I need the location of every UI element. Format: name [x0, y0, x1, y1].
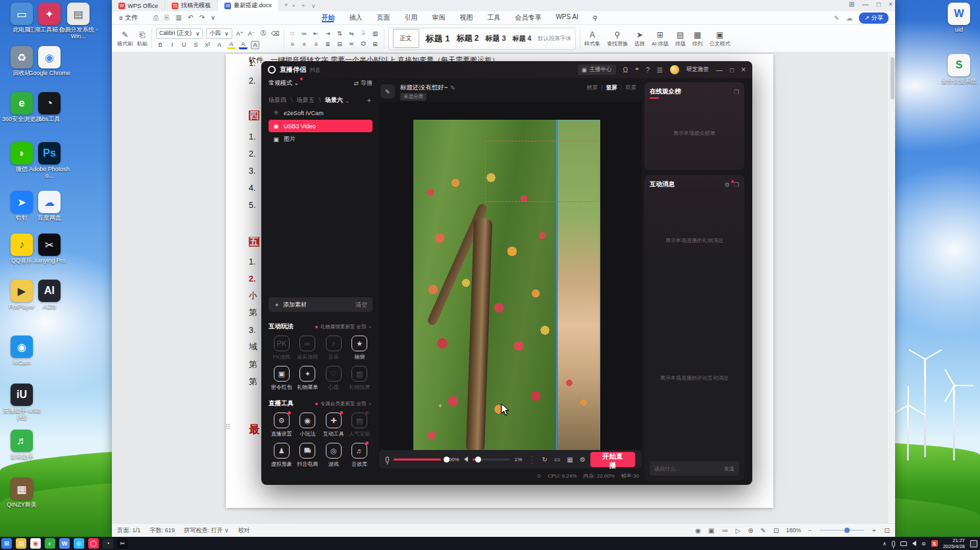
direction-button[interactable]: ⇋ — [348, 29, 356, 38]
menu-item[interactable]: 会员专享 — [507, 13, 548, 22]
obs[interactable]: ◔ — [103, 538, 113, 549]
char-shading-button[interactable]: A — [251, 41, 259, 49]
help-icon[interactable]: ? — [646, 66, 650, 74]
comment-icon[interactable]: ❝ — [284, 3, 288, 9]
source-item[interactable]: ⌾ e2eSoft iVCam — [269, 107, 373, 119]
proofread-button[interactable]: 校对 — [238, 526, 250, 535]
interact-tool[interactable]: ▣ 密令红包 — [269, 366, 295, 391]
cloud-sync-icon[interactable]: ☁ — [846, 14, 852, 22]
search-button[interactable]: ⚲ — [586, 11, 605, 24]
orientation-option[interactable]: 竖屏 — [598, 84, 617, 92]
document-tab[interactable]: W 最新搭建.docx — [218, 0, 279, 11]
shrink-font-button[interactable]: A⁻ — [247, 29, 256, 38]
print-icon[interactable]: ▥ — [176, 14, 182, 22]
blue-selection-box[interactable] — [557, 120, 600, 452]
close-button[interactable]: × — [741, 65, 746, 74]
interact-tool[interactable]: ♡ 心愿 — [321, 366, 347, 391]
menu-item[interactable]: 审阅 — [425, 13, 452, 22]
live-tool[interactable]: ⚙ 直播设置 — [269, 413, 295, 438]
orientation-option[interactable]: 横屏 — [586, 84, 598, 92]
live-tool[interactable]: ▤ 人气宝箱 — [347, 413, 373, 438]
interact-tool[interactable]: ★ 福袋 — [347, 336, 373, 361]
play-view-icon[interactable]: ▷ — [735, 527, 740, 534]
paste-button[interactable]: ⎗粘贴 — [137, 30, 147, 47]
menu-item[interactable]: 页面 — [369, 13, 397, 22]
camera-icon[interactable]: ▦ — [567, 456, 573, 463]
sort-button[interactable]: ⍗ — [359, 29, 368, 38]
char-effect-button[interactable]: A — [215, 41, 224, 49]
font-color-button[interactable]: A — [239, 41, 247, 49]
interact-tool[interactable]: ✦ 礼物菜单 — [295, 366, 321, 391]
interact-tool[interactable]: ▥ 礼物投屏 — [347, 366, 373, 391]
superscript-button[interactable]: x² — [203, 41, 212, 49]
zoom-level[interactable]: 180% — [786, 527, 801, 534]
clear-format-button[interactable]: ⌫ — [271, 29, 280, 38]
toolbar-tool[interactable]: ➤选择 — [634, 30, 645, 47]
style-option[interactable]: 正文 — [393, 29, 419, 48]
interact-tool[interactable]: ∞ 嘉宾连线 — [295, 336, 321, 361]
line-spacing-button[interactable]: ≍ — [348, 39, 356, 48]
menu-item[interactable]: 视图 — [452, 13, 480, 22]
style-option[interactable]: 标题 1 — [426, 33, 450, 45]
live-tool[interactable]: ⛟ 抖音电商 — [295, 443, 321, 468]
category-tag[interactable]: 未选分类 — [400, 93, 426, 101]
bullet-list-button[interactable]: ∷ — [288, 29, 297, 38]
live-tool[interactable]: ♬ 音效库 — [347, 443, 373, 468]
user-avatar[interactable] — [670, 65, 679, 74]
mode-select[interactable]: 常规模式 ⌄ — [269, 79, 299, 88]
chevron-down-icon[interactable]: ⌄ — [345, 97, 350, 104]
video-stage[interactable] — [379, 102, 642, 457]
headset-icon[interactable]: Ω — [623, 66, 628, 74]
paragraph-drag-handle[interactable]: ⠿ — [225, 423, 230, 432]
edit-mode-icon[interactable]: ✎ — [761, 527, 766, 534]
desktop-icon[interactable]: S 金分企业系统 — [937, 54, 980, 84]
distribute-button[interactable]: ⊟ — [336, 39, 344, 48]
web-view-icon[interactable]: ⊕ — [748, 527, 753, 534]
director-mode-button[interactable]: ⇄导播 — [353, 79, 373, 88]
tray-display-icon[interactable] — [900, 541, 907, 546]
document-tab[interactable]: W WPS Office — [112, 0, 165, 11]
style-option[interactable]: 默认段落字体 — [538, 35, 571, 43]
toolbar-tool[interactable]: A样式集 — [584, 30, 600, 47]
orientation-option[interactable]: 双屏 — [617, 84, 636, 92]
grow-font-button[interactable]: A⁺ — [236, 29, 244, 38]
style-option[interactable]: 标题 3 — [485, 34, 505, 43]
minimize-button[interactable]: — — [716, 66, 723, 74]
layout-icon[interactable]: ▭ — [554, 456, 560, 463]
highlight-color-button[interactable]: A — [227, 41, 236, 49]
send-button[interactable]: 发送 — [724, 465, 735, 472]
start-button[interactable]: ⊞ — [1, 538, 12, 549]
spellcheck-status[interactable]: 拼写检查: 打开 ∨ — [184, 526, 229, 535]
text-tools-button[interactable]: ⇅ — [336, 29, 344, 38]
live-tool[interactable]: ◎ 游戏 — [321, 443, 347, 468]
fullscreen-button[interactable]: ⊡ — [885, 527, 890, 534]
style-option[interactable]: 标题 4 — [513, 34, 531, 43]
add-material-button[interactable]: ＋ 添加素材 清空 — [269, 297, 373, 312]
gear-icon[interactable]: ⚙ — [725, 182, 730, 188]
font-size-select[interactable]: 小四∨ — [206, 28, 232, 39]
toolbar-tool[interactable]: ▦排列 — [692, 30, 703, 47]
underline-button[interactable]: U — [180, 41, 188, 49]
menu-item[interactable]: 开始 — [314, 13, 342, 22]
word-count[interactable]: 字数: 619 — [150, 526, 175, 535]
font-name-select[interactable]: Calibri (正文)∨ — [156, 28, 203, 39]
document-tab[interactable]: 找 找稿壳模板 — [165, 0, 218, 11]
stream-title-text[interactable]: 标题还没有想好~ — [400, 84, 448, 92]
document-scrollbar[interactable] — [889, 53, 895, 522]
tray-speaker-icon[interactable] — [912, 541, 916, 546]
popout-icon[interactable]: ❐ — [734, 89, 739, 95]
add-scene-button[interactable]: ＋ — [365, 95, 373, 105]
record-dot-icon[interactable]: • — [293, 3, 295, 9]
align-left-button[interactable]: ≡ — [288, 39, 297, 48]
zoom-slider[interactable] — [819, 530, 864, 531]
decrease-indent-button[interactable]: ⇤ — [312, 29, 321, 38]
wps[interactable]: W — [59, 538, 70, 549]
scene-tab[interactable]: 场景四 — [269, 96, 286, 105]
popout-icon[interactable]: ❐ — [734, 182, 739, 188]
live-tool[interactable]: ♟ 虚拟形象 — [269, 443, 295, 468]
source-item[interactable]: ◉ USB3 Video — [269, 120, 373, 132]
interact-tool[interactable]: ♪ 音乐 — [321, 336, 347, 361]
zoom-out-button[interactable]: − — [808, 527, 812, 534]
menu-item[interactable]: 引用 — [397, 13, 425, 22]
zoom-in-button[interactable]: ＋ — [871, 526, 877, 535]
